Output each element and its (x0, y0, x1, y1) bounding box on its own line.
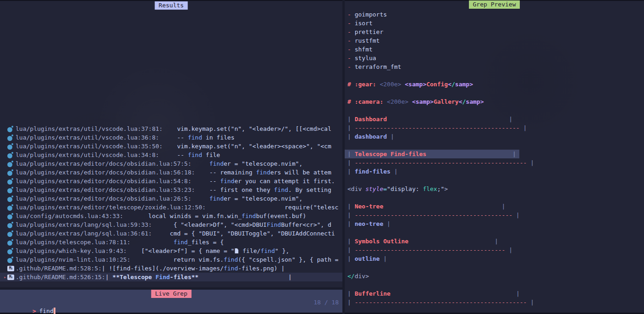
preview-line: - terraform_fmt (345, 62, 644, 71)
preview-line: </div> (345, 272, 644, 280)
preview-content: - goimports - isort - prettier - rustfmt… (345, 1, 644, 307)
lua-icon (7, 222, 16, 228)
lua-icon (7, 239, 16, 246)
preview-line: - shfmt (345, 45, 644, 54)
prompt-caret-icon: > (29, 308, 39, 314)
result-row[interactable]: lua/plugins/extras/editor/docs/obsidian.… (0, 168, 342, 177)
preview-line: # :gear: <200e> <samp>Config</samp> (345, 80, 644, 89)
result-row[interactable]: lua/plugins/which-key.lua:9:43: ["<leade… (0, 247, 342, 255)
preview-line: | --------------------------------------… (345, 246, 644, 254)
lua-icon (7, 143, 16, 150)
preview-line (345, 263, 644, 272)
preview-line: | Dashboard | (345, 115, 644, 123)
preview-line (345, 71, 644, 80)
preview-line-highlighted: | Telescope Find-files | (345, 150, 644, 158)
preview-line (345, 280, 644, 289)
lua-icon (7, 230, 16, 237)
result-row[interactable]: lua/plugins/extras/util/vscode.lua:34:8:… (0, 151, 342, 159)
preview-line (345, 193, 644, 202)
preview-line (345, 228, 644, 237)
preview-line: | --------------------------------------… (345, 158, 644, 167)
live-grep-prompt: Live Grep >find 18 / 18 (0, 290, 342, 313)
preview-line: - prettier (345, 28, 644, 36)
result-row[interactable]: lua/plugins/nvim-lint.lua:10:25: return … (0, 255, 342, 264)
lua-icon (7, 213, 16, 219)
search-query-input[interactable]: find (39, 308, 53, 314)
result-row[interactable]: lua/plugins/extras/editor/telescope/zoxi… (0, 203, 342, 212)
preview-line: | Bufferline | (345, 289, 644, 298)
text-cursor (54, 308, 55, 314)
preview-line: <div style="display: flex;"> (345, 185, 644, 193)
result-row[interactable]: lua/plugins/extras/editor/docs/obsidian.… (0, 177, 342, 185)
preview-line (345, 89, 644, 97)
lua-icon (7, 178, 16, 185)
markdown-icon (7, 274, 16, 280)
result-row[interactable]: lua/plugins/extras/editor/docs/obsidian.… (0, 159, 342, 168)
result-counter: 18 / 18 (314, 298, 339, 307)
result-row[interactable]: lua/plugins/extras/lang/sql.lua:59:33: {… (0, 220, 342, 229)
result-row[interactable]: .github/README.md:528:5:| ![find-files](… (0, 264, 342, 273)
preview-line: | --------------------------------------… (345, 298, 644, 307)
preview-title-badge: Grep Preview (469, 0, 520, 9)
preview-line: - isort (345, 19, 644, 28)
result-row[interactable]: lua/plugins/extras/lang/sql.lua:36:61: c… (0, 229, 342, 238)
result-row[interactable]: lua/plugins/extras/editor/docs/obsidian.… (0, 185, 342, 194)
result-row[interactable]: lua/plugins/extras/editor/docs/obsidian.… (0, 194, 342, 203)
lua-icon (7, 152, 16, 158)
lua-icon (7, 135, 16, 141)
lua-icon (7, 169, 16, 176)
preview-line (345, 141, 644, 150)
preview-line: | Symbols Outline | (345, 237, 644, 246)
preview-line: | --------------------------------------… (345, 123, 644, 132)
preview-pane: Grep Preview - goimports - isort - prett… (345, 0, 644, 314)
selection-caret-icon: ▸ (0, 273, 7, 281)
preview-line: | neo-tree | (345, 219, 644, 228)
preview-line: | find-files | (345, 167, 644, 176)
lua-icon (7, 196, 16, 202)
preview-line: - goimports (345, 10, 644, 19)
preview-line: | Neo-tree | (345, 202, 644, 211)
results-list: Results lua/plugins/extras/util/vscode.l… (0, 1, 342, 287)
lua-icon (7, 187, 16, 193)
preview-line: | --------------------------------------… (345, 211, 644, 219)
lua-icon (7, 248, 16, 254)
result-row[interactable]: lua/plugins/extras/util/vscode.lua:36:8:… (0, 133, 342, 142)
result-row-selected[interactable]: ▸.github/README.md:526:15:| **Telescope … (0, 273, 342, 281)
lua-icon (7, 126, 16, 132)
prompt-line[interactable]: >find 18 / 18 (0, 298, 342, 307)
lua-icon (7, 257, 16, 263)
lua-icon (7, 204, 16, 211)
result-row[interactable]: lua/plugins/telescope.lua:78:11: find_fi… (0, 238, 342, 247)
results-title-badge: Results (154, 1, 188, 10)
result-row[interactable]: lua/config/autocmds.lua:43:33: local win… (0, 212, 342, 220)
prompt-title-badge: Live Grep (151, 290, 191, 298)
preview-line: - rustfmt (345, 36, 644, 45)
telescope-live-grep: Results lua/plugins/extras/util/vscode.l… (0, 0, 644, 314)
preview-line (345, 176, 644, 185)
results-pane: Results lua/plugins/extras/util/vscode.l… (0, 0, 342, 314)
preview-line: # :camera: <200e> <samp>Gallery</samp> (345, 97, 644, 106)
preview-line (345, 106, 644, 115)
markdown-icon (7, 265, 16, 272)
preview-line: - stylua (345, 54, 644, 62)
result-row[interactable]: lua/plugins/extras/util/vscode.lua:35:50… (0, 142, 342, 151)
preview-line: | dashboard | (345, 132, 644, 141)
preview-line: | outline | (345, 254, 644, 263)
lua-icon (7, 161, 16, 167)
result-row[interactable]: lua/plugins/extras/util/vscode.lua:37:81… (0, 124, 342, 133)
